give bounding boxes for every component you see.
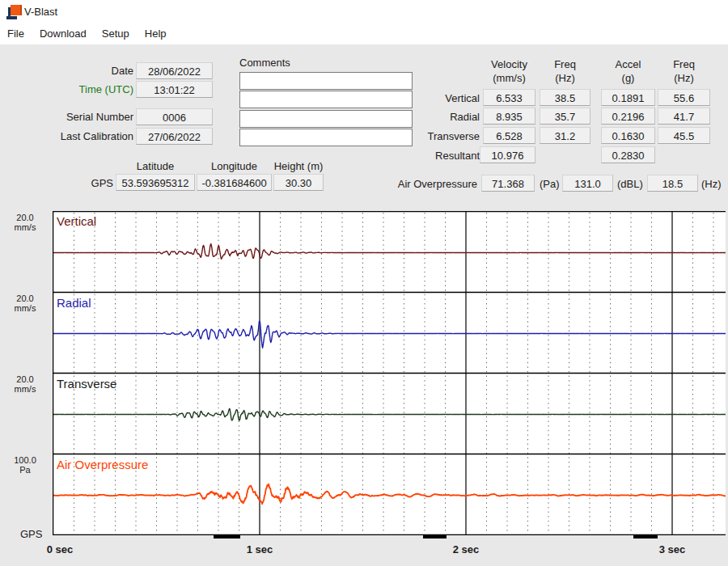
menu-file[interactable]: File	[6, 26, 25, 41]
vertical-velocity-field: 6.533	[483, 89, 535, 106]
channel-label-vertical: Vertical	[57, 214, 96, 228]
row-label-vertical: Vertical	[404, 92, 480, 104]
date-field: 28/06/2022	[136, 62, 213, 79]
row-label-transverse: Transverse	[404, 130, 480, 142]
title-bar: V-Blast	[0, 0, 728, 23]
vertical-afreq-field: 55.6	[658, 89, 710, 106]
radial-afreq-field: 41.7	[658, 108, 710, 125]
freq-header-2: Freq(Hz)	[658, 57, 710, 85]
gps-mark-0	[214, 534, 240, 539]
air-dbl-unit: (dBL)	[617, 178, 643, 190]
resultant-accel-field: 0.2830	[601, 146, 655, 163]
time-tick-2: 2 sec	[453, 543, 480, 555]
waveform-plot	[53, 211, 726, 535]
app-icon	[6, 4, 21, 19]
gps-label: GPS	[81, 177, 113, 189]
time-field: 13:01:22	[136, 81, 213, 98]
gps-longitude-field: -0.381684600	[197, 174, 272, 191]
transverse-accel-field: 0.1630	[601, 127, 655, 144]
radial-vfreq-field: 35.7	[540, 108, 590, 125]
gps-mark-1	[423, 534, 447, 539]
channel-label-radial: Radial	[57, 296, 91, 310]
row-label-resultant: Resultant	[404, 150, 480, 162]
height-header: Height (m)	[273, 159, 324, 173]
time-tick-0: 0 sec	[47, 543, 74, 555]
resultant-velocity-field: 10.976	[480, 146, 535, 163]
time-tick-1: 1 sec	[247, 543, 273, 555]
radial-velocity-field: 8.935	[483, 108, 535, 125]
scale-transverse: 20.0mm/s	[3, 374, 47, 394]
last-calibration-label: Last Calibration	[16, 130, 133, 142]
air-pa-field: 71.368	[481, 175, 535, 192]
channel-label-air: Air Overpressure	[57, 458, 148, 471]
scale-air: 100.0Pa	[3, 455, 47, 475]
menu-bar: File Download Setup Help	[0, 23, 728, 44]
menu-setup[interactable]: Setup	[101, 26, 130, 41]
comment-input-2[interactable]	[239, 91, 413, 108]
gps-height-field: 30.30	[273, 174, 324, 191]
longitude-header: Longitude	[197, 159, 272, 173]
comment-input-1[interactable]	[239, 72, 413, 90]
menu-download[interactable]: Download	[39, 26, 87, 41]
vertical-accel-field: 0.1891	[601, 89, 655, 106]
air-dbl-field: 131.0	[562, 175, 613, 192]
accel-header: Accel(g)	[601, 57, 655, 85]
time-utc-label: Time (UTC)	[16, 83, 133, 95]
freq-header-1: Freq(Hz)	[540, 57, 590, 85]
air-pa-unit: (Pa)	[540, 178, 560, 190]
gps-axis-label: GPS	[20, 528, 42, 540]
app-window: V-Blast File Download Setup Help Date 28…	[0, 0, 728, 566]
date-label: Date	[16, 65, 133, 77]
serial-number-field: 0006	[136, 108, 213, 125]
air-hz-unit: (Hz)	[701, 178, 722, 190]
serial-number-label: Serial Number	[16, 111, 133, 123]
last-calibration-field: 27/06/2022	[136, 128, 213, 145]
row-label-radial: Radial	[404, 111, 480, 123]
transverse-afreq-field: 45.5	[658, 127, 710, 144]
comment-input-4[interactable]	[239, 129, 413, 146]
window-title: V-Blast	[24, 6, 57, 18]
vertical-vfreq-field: 38.5	[540, 89, 590, 106]
menu-help[interactable]: Help	[144, 26, 167, 41]
latitude-header: Latitude	[116, 159, 195, 173]
scale-radial: 20.0mm/s	[3, 294, 47, 313]
air-hz-field: 18.5	[647, 175, 698, 192]
comments-label: Comments	[239, 57, 320, 69]
gps-mark-2	[633, 534, 658, 539]
transverse-velocity-field: 6.528	[483, 127, 535, 144]
radial-accel-field: 0.2196	[601, 108, 655, 125]
air-overpressure-label: Air Overpressure	[372, 178, 477, 190]
scale-vertical: 20.0mm/s	[3, 213, 47, 232]
transverse-vfreq-field: 31.2	[540, 127, 590, 144]
gps-latitude-field: 53.593695312	[116, 174, 195, 191]
comment-input-3[interactable]	[239, 110, 413, 128]
channel-label-transverse: Transverse	[57, 377, 116, 391]
velocity-header: Velocity(mm/s)	[483, 57, 535, 85]
time-tick-3: 3 sec	[659, 543, 686, 555]
